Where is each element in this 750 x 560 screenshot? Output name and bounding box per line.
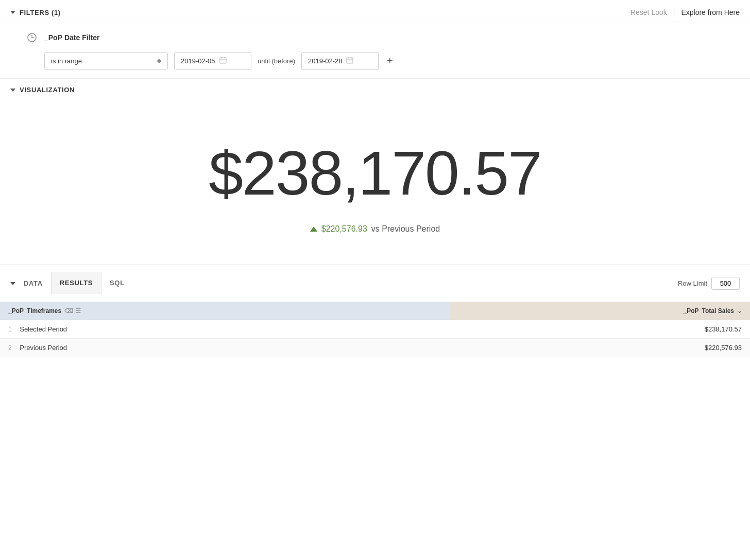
- filter-field-label: _PoP Date Filter: [26, 31, 740, 44]
- tab-sql[interactable]: SQL: [101, 272, 133, 295]
- explore-from-here-button[interactable]: Explore from Here: [681, 8, 740, 16]
- tab-results[interactable]: RESULTS: [51, 272, 101, 295]
- data-tab-header: DATA: [10, 265, 51, 302]
- action-separator: |: [673, 8, 675, 16]
- comparison-value: $220,576.93: [321, 224, 367, 234]
- main-value-area: $238,170.57 $220,576.93 vs Previous Peri…: [0, 101, 750, 265]
- date-from-input[interactable]: 2019-02-05: [174, 52, 251, 70]
- up-trend-icon: [310, 226, 317, 232]
- tab-data[interactable]: DATA: [20, 272, 51, 294]
- cell-timeframe: 1 Selected Period: [0, 320, 450, 339]
- row-number: 1: [8, 326, 18, 333]
- visualization-section: VISUALIZATION: [0, 79, 750, 101]
- filter-type-icon: [27, 32, 37, 43]
- filter-field-icon: [26, 31, 38, 44]
- svg-point-1: [30, 34, 31, 36]
- date-to-input[interactable]: 2019-02-28: [301, 52, 379, 70]
- filter-operator-select[interactable]: is in range: [44, 52, 168, 69]
- col-totalsales-sort-icon[interactable]: ⌄: [737, 308, 742, 314]
- main-metric-value: $238,170.57: [209, 142, 541, 204]
- sort-icon[interactable]: ☷: [75, 307, 81, 314]
- top-actions: Reset Look | Explore from Here: [630, 8, 740, 16]
- col-timeframes-prefix: _PoP: [8, 307, 24, 314]
- filters-title-label: FILTERS (1): [20, 9, 61, 16]
- row-limit-area: Row Limit: [678, 277, 740, 290]
- timeframe-value: Previous Period: [20, 344, 67, 352]
- filter-field-name: _PoP Date Filter: [44, 33, 99, 42]
- col-totalsales-prefix: _PoP: [684, 307, 699, 314]
- svg-rect-3: [347, 58, 353, 63]
- table-row: 2 Previous Period $220,576.93: [0, 339, 750, 357]
- row-number: 2: [8, 344, 18, 352]
- until-label: until (before): [258, 57, 295, 65]
- results-table: _PoP Timeframes ⌫ ☷ _PoP Total Sales ⌄: [0, 302, 750, 357]
- timeframe-value: Selected Period: [20, 325, 67, 333]
- comparison-label: vs Previous Period: [371, 224, 440, 234]
- add-filter-button[interactable]: +: [385, 53, 395, 69]
- calendar-to-icon: [346, 57, 353, 65]
- data-section: DATA RESULTS SQL Row Limit _PoP Timefram…: [0, 265, 750, 357]
- col-header-timeframes: _PoP Timeframes ⌫ ☷: [0, 302, 450, 320]
- col-header-totalsales: _PoP Total Sales ⌄: [450, 302, 750, 320]
- svg-rect-2: [220, 58, 226, 63]
- data-collapse-icon[interactable]: [10, 282, 15, 285]
- row-limit-label: Row Limit: [678, 279, 707, 287]
- data-tabs-left: DATA RESULTS SQL: [10, 265, 133, 302]
- filter-controls: is in range 2019-02-05 until (before) 20…: [44, 52, 740, 70]
- row-limit-input[interactable]: [711, 277, 740, 290]
- cell-timeframe: 2 Previous Period: [0, 339, 450, 357]
- filters-section-header: FILTERS (1): [10, 9, 61, 16]
- top-bar: FILTERS (1) Reset Look | Explore from He…: [0, 0, 750, 23]
- reset-look-button[interactable]: Reset Look: [630, 8, 667, 16]
- filter-row: _PoP Date Filter is in range 2019-02-05 …: [0, 23, 750, 79]
- select-arrows-icon: [157, 59, 161, 63]
- col-totalsales-label: Total Sales: [702, 307, 734, 314]
- cell-totalsales: $238,170.57: [450, 320, 750, 339]
- comparison-row: $220,576.93 vs Previous Period: [310, 224, 440, 234]
- cell-totalsales: $220,576.93: [450, 339, 750, 357]
- data-tabs-bar: DATA RESULTS SQL Row Limit: [0, 265, 750, 302]
- col-timeframes-label: Timeframes: [27, 307, 61, 314]
- calendar-from-icon: [219, 57, 227, 65]
- visualization-title: VISUALIZATION: [10, 86, 740, 94]
- visualization-collapse-icon[interactable]: [10, 89, 15, 92]
- filters-collapse-icon[interactable]: [10, 11, 15, 14]
- edit-icon[interactable]: ⌫: [64, 307, 73, 314]
- table-row: 1 Selected Period $238,170.57: [0, 320, 750, 339]
- col-timeframes-icons: ⌫ ☷: [64, 307, 81, 314]
